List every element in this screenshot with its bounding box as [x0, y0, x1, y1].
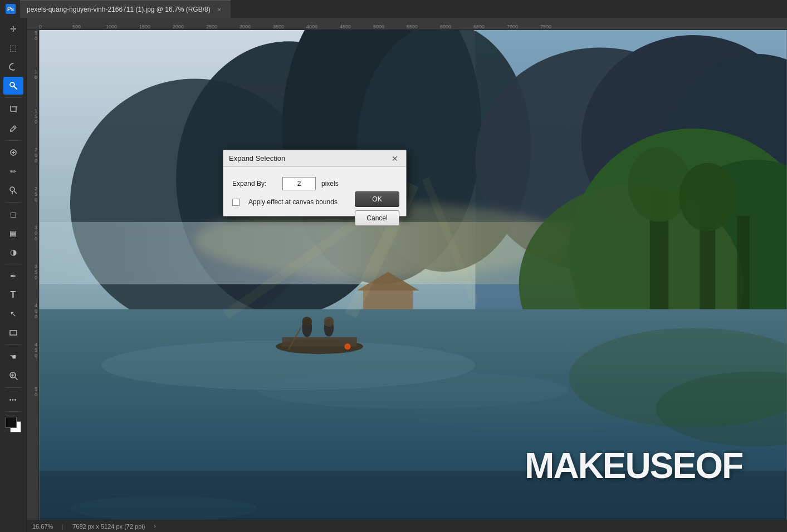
app-icon: Ps [6, 4, 16, 14]
pixels-label: pixels [321, 180, 339, 188]
path-selection-tool[interactable]: ↖ [3, 305, 23, 323]
brush-tool[interactable]: ✏ [3, 162, 23, 180]
gradient-tool[interactable]: ▤ [3, 224, 23, 242]
divider-4 [5, 264, 22, 264]
ruler-tick-left: 5 [35, 114, 37, 119]
ruler-tick: 5500 [407, 24, 418, 29]
ruler-tick-left: 5 [35, 269, 37, 275]
divider-7 [5, 411, 22, 412]
eyedropper-tool[interactable] [3, 120, 23, 137]
ruler-tick: 500 [72, 24, 81, 29]
magic-wand-tool[interactable] [3, 77, 23, 95]
pen-tool[interactable]: ✒ [3, 267, 23, 285]
dialog-title: Expand Selection [229, 154, 285, 162]
ruler-tick-left: 4 [35, 303, 37, 308]
dialog-close-button[interactable]: ✕ [389, 153, 400, 164]
ruler-left: 5 0 1 0 0 1 5 0 2 0 0 2 5 0 3 0 0 [27, 30, 39, 520]
clone-stamp-tool[interactable] [3, 181, 23, 199]
move-tool[interactable]: ✛ [3, 20, 23, 38]
divider-5 [5, 344, 22, 345]
cancel-button[interactable]: Cancel [355, 210, 399, 226]
svg-point-59 [70, 496, 257, 520]
crop-tool[interactable] [3, 101, 23, 119]
foreground-color-swatch [6, 417, 17, 428]
hand-tool[interactable]: ☚ [3, 348, 23, 366]
ruler-tick: 3000 [239, 24, 251, 29]
active-tab[interactable]: pexels-quang-nguyen-vinh-2166711 (1).jpg… [20, 0, 231, 18]
toolbar: ✛ ⬚ [0, 18, 27, 532]
ruler-tick-left: 5 [35, 30, 37, 36]
rectangle-tool[interactable] [3, 324, 23, 342]
zoom-icon [9, 371, 18, 380]
expand-selection-dialog: Expand Selection ✕ Expand By: pixels App… [223, 150, 407, 216]
extra-tools[interactable]: ••• [3, 391, 23, 408]
zoom-tool[interactable] [3, 367, 23, 385]
watermark-text: MAKEUSEOF [525, 445, 742, 486]
ruler-tick-left: 5 [35, 347, 37, 353]
photo-canvas[interactable]: MAKEUSEOF Expand Selection ✕ Expand By: … [39, 30, 787, 520]
dialog-title-bar: Expand Selection ✕ [223, 150, 406, 167]
svg-point-1 [10, 82, 14, 87]
tab-bar: pexels-quang-nguyen-vinh-2166711 (1).jpg… [20, 0, 231, 18]
status-zoom: 16.67% [32, 523, 53, 530]
ruler-tick-left: 5 [35, 386, 37, 392]
ruler-tick-left: 4 [35, 342, 37, 347]
svg-point-53 [324, 317, 334, 327]
ruler-tick-left: 0 [35, 230, 37, 236]
status-bar: 16.67% | 7682 px x 5124 px (72 ppi) › [27, 520, 787, 532]
svg-line-17 [14, 191, 17, 194]
svg-line-20 [15, 377, 17, 380]
ruler-tick-left: 0 [35, 314, 37, 319]
tab-close-button[interactable]: × [215, 5, 224, 14]
svg-point-11 [10, 130, 12, 132]
eraser-tool[interactable]: ◻ [3, 205, 23, 223]
divider-2 [5, 140, 22, 141]
svg-point-40 [679, 163, 735, 231]
ruler-tick-left: 1 [35, 108, 37, 114]
ruler-tick-left: 2 [35, 186, 37, 191]
ruler-tick: 7000 [507, 24, 518, 29]
ruler-tick: 2000 [173, 24, 184, 29]
ruler-tick-left: 5 [35, 191, 37, 197]
expand-by-input[interactable] [282, 177, 316, 190]
tab-filename: pexels-quang-nguyen-vinh-2166711 (1).jpg… [27, 6, 211, 13]
ruler-tick: 4000 [306, 24, 317, 29]
lasso-tool[interactable] [3, 58, 23, 76]
svg-point-15 [10, 187, 14, 191]
ruler-tick: 3500 [273, 24, 284, 29]
color-swatch[interactable] [6, 417, 21, 432]
svg-point-51 [302, 317, 312, 327]
ruler-tick-left: 0 [35, 75, 37, 80]
apply-bounds-checkbox[interactable] [232, 199, 239, 206]
apply-bounds-label: Apply effect at canvas bounds [248, 198, 338, 206]
divider-1 [5, 97, 22, 98]
ok-button[interactable]: OK [355, 191, 399, 207]
eyedropper-icon [9, 124, 18, 133]
ruler-tick-left: 3 [35, 264, 37, 269]
spot-healing-tool[interactable] [3, 144, 23, 161]
main-layout: ✛ ⬚ [0, 18, 787, 532]
canvas-with-ruler: 5 0 1 0 0 1 5 0 2 0 0 2 5 0 3 0 0 [27, 30, 787, 520]
magic-wand-icon [9, 81, 18, 90]
ruler-tick-left: 1 [35, 69, 37, 75]
svg-point-38 [628, 147, 691, 222]
rectangular-marquee-tool[interactable]: ⬚ [3, 39, 23, 57]
ruler-tick-left: 0 [35, 353, 37, 358]
ruler-tick: 1000 [106, 24, 117, 29]
ruler-tick: 4500 [340, 24, 351, 29]
status-arrow[interactable]: › [154, 523, 155, 529]
dodge-tool[interactable]: ◑ [3, 243, 23, 261]
status-divider: | [62, 523, 63, 530]
ruler-tick: 1500 [139, 24, 150, 29]
ruler-tick-left: 2 [35, 147, 37, 152]
text-tool[interactable]: T [3, 286, 23, 304]
dialog-buttons: OK Cancel [355, 191, 399, 226]
ruler-tick-left: 0 [35, 158, 37, 164]
svg-line-10 [13, 127, 15, 129]
svg-rect-41 [737, 216, 749, 316]
ruler-tick: 7500 [540, 24, 551, 29]
ruler-tick-left: 0 [35, 119, 37, 125]
dialog-body: Expand By: pixels Apply effect at canvas… [223, 167, 406, 216]
ruler-tick-left: 3 [35, 225, 37, 230]
ruler-tick: 6000 [440, 24, 451, 29]
